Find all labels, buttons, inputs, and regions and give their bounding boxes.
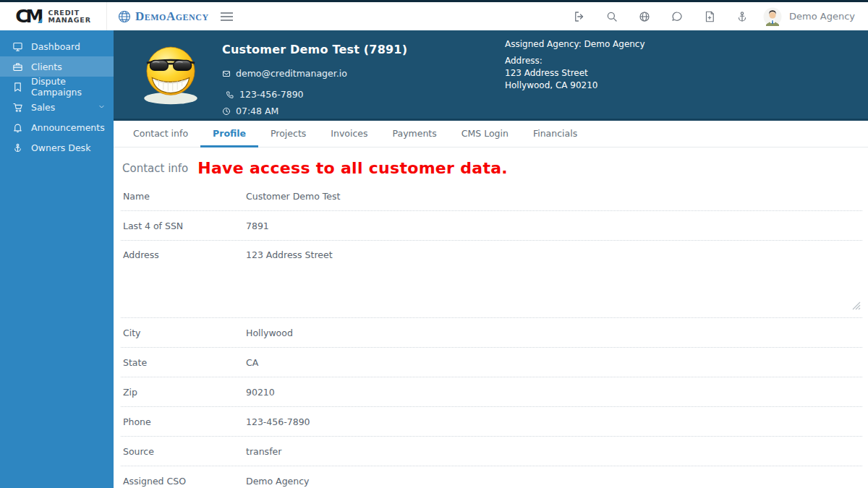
phone-field[interactable]: 123-456-7890 xyxy=(246,416,310,427)
monitor-icon xyxy=(12,41,23,52)
user-avatar xyxy=(763,7,782,26)
field-label: Zip xyxy=(123,387,246,398)
form-row-zip: Zip 90210 xyxy=(121,377,862,407)
address-line2: Hollywood, CA 90210 xyxy=(505,80,645,91)
tab-financials[interactable]: Financials xyxy=(521,121,590,147)
user-name: Demo Agency xyxy=(789,11,855,22)
credit-manager-logo[interactable]: CM CREDIT MANAGER xyxy=(0,2,107,30)
field-label: Phone xyxy=(123,416,246,427)
form-row-assigned-cso: Assigned CSO Demo Agency xyxy=(121,466,862,488)
customer-phone[interactable]: 123-456-7890 xyxy=(239,89,304,100)
address-line1: 123 Address Street xyxy=(505,68,645,79)
cart-icon xyxy=(12,102,23,113)
form-row-ssn: Last 4 of SSN 7891 xyxy=(121,211,862,241)
section-header: Contact info Have access to all customer… xyxy=(121,147,862,181)
tab-payments[interactable]: Payments xyxy=(380,121,449,147)
sidebar-item-clients[interactable]: Clients xyxy=(0,56,114,77)
briefcase-icon xyxy=(12,61,23,72)
customer-tabs: Contact info Profile Projects Invoices P… xyxy=(114,121,868,147)
sidebar: Dashboard Clients Dispute Campaigns Sale… xyxy=(0,30,114,488)
assigned-agency: Assigned Agency: Demo Agency xyxy=(505,39,645,50)
customer-title: Customer Demo Test (7891) xyxy=(222,43,407,56)
bookmark-icon xyxy=(12,82,23,93)
assigned-agency-block: Assigned Agency: Demo Agency Address: 12… xyxy=(505,39,645,93)
mail-icon xyxy=(222,69,231,78)
hamburger-menu-icon[interactable] xyxy=(221,12,233,21)
app-window: CM CREDIT MANAGER DemoAgency xyxy=(0,0,868,488)
customer-phone-row: 123-456-7890 xyxy=(226,89,407,100)
file-add-icon[interactable] xyxy=(698,5,720,27)
clock-icon xyxy=(222,107,231,116)
resize-handle-icon[interactable] xyxy=(852,301,861,310)
address-label: Address: xyxy=(505,56,645,67)
tab-projects[interactable]: Projects xyxy=(258,121,318,147)
bell-icon xyxy=(12,122,23,133)
search-icon[interactable] xyxy=(600,5,623,27)
agency-logo-text: DemoAgency xyxy=(135,9,209,24)
customer-local-time: 07:48 AM xyxy=(236,106,278,116)
zip-field[interactable]: 90210 xyxy=(246,387,275,398)
form-row-name: Name Customer Demo Test xyxy=(121,181,862,211)
sidebar-item-sales[interactable]: Sales xyxy=(0,97,114,117)
field-label: Name xyxy=(123,191,246,202)
assigned-cso-field[interactable]: Demo Agency xyxy=(246,476,309,487)
form-row-state: State CA xyxy=(121,348,862,377)
form-row-city: City Hollywood xyxy=(121,318,862,348)
agency-logo[interactable]: DemoAgency xyxy=(117,9,209,24)
tab-invoices[interactable]: Invoices xyxy=(318,121,380,147)
brand-line1: CREDIT xyxy=(48,9,90,17)
field-label: City xyxy=(123,328,246,338)
ssn-field[interactable]: 7891 xyxy=(246,221,269,231)
source-field[interactable]: transfer xyxy=(246,446,281,457)
sidebar-item-dashboard[interactable]: Dashboard xyxy=(0,36,114,56)
brand-line2: MANAGER xyxy=(48,17,90,24)
anchor-icon xyxy=(12,142,23,153)
state-field[interactable]: CA xyxy=(246,357,258,368)
top-header: CM CREDIT MANAGER DemoAgency xyxy=(0,2,868,30)
customer-avatar-smiley-icon xyxy=(137,40,204,106)
city-field[interactable]: Hollywood xyxy=(246,328,293,338)
field-label: Last 4 of SSN xyxy=(123,221,246,231)
profile-content: Contact info Have access to all customer… xyxy=(114,147,868,488)
tab-cms-login[interactable]: CMS Login xyxy=(449,121,521,147)
chevron-down-icon xyxy=(98,103,105,110)
customer-email-row: demo@creditmanager.io xyxy=(222,68,407,79)
customer-time-row: 07:48 AM xyxy=(222,106,407,116)
tab-contact-info[interactable]: Contact info xyxy=(121,121,200,147)
field-label: State xyxy=(123,357,246,368)
cm-logo-mark: CM xyxy=(15,6,41,27)
sidebar-item-dispute-campaigns[interactable]: Dispute Campaigns xyxy=(0,77,114,97)
sidebar-item-owners-desk[interactable]: Owners Desk xyxy=(0,137,114,158)
user-menu[interactable]: Demo Agency xyxy=(763,7,855,26)
form-row-source: Source transfer xyxy=(121,437,862,466)
customer-email[interactable]: demo@creditmanager.io xyxy=(236,68,347,79)
globe-icon[interactable] xyxy=(633,5,655,27)
field-label: Assigned CSO xyxy=(123,476,246,487)
phone-icon xyxy=(226,90,234,99)
agency-globe-icon xyxy=(117,9,132,24)
name-field[interactable]: Customer Demo Test xyxy=(246,191,340,202)
brand-text: CREDIT MANAGER xyxy=(48,9,90,24)
address-textarea[interactable]: 123 Address Street xyxy=(246,249,333,260)
customer-hero-panel: Customer Demo Test (7891) demo@creditman… xyxy=(114,30,868,121)
sidebar-item-announcements[interactable]: Announcements xyxy=(0,117,114,137)
customer-summary: Customer Demo Test (7891) demo@creditman… xyxy=(222,43,407,116)
logout-icon[interactable] xyxy=(568,5,590,27)
header-left: CM CREDIT MANAGER DemoAgency xyxy=(0,2,233,30)
field-label: Address xyxy=(123,249,246,260)
header-right: Demo Agency xyxy=(568,5,868,27)
annotation-text: Have access to all customer data. xyxy=(197,159,508,177)
section-title: Contact info xyxy=(122,162,188,175)
anchor-icon[interactable] xyxy=(731,5,753,27)
form-row-address: Address 123 Address Street xyxy=(121,241,862,318)
field-label: Source xyxy=(123,446,246,457)
logo-blue-accent xyxy=(38,18,42,23)
chat-icon[interactable] xyxy=(665,5,688,27)
tab-profile[interactable]: Profile xyxy=(200,121,258,147)
form-row-phone: Phone 123-456-7890 xyxy=(121,407,862,437)
